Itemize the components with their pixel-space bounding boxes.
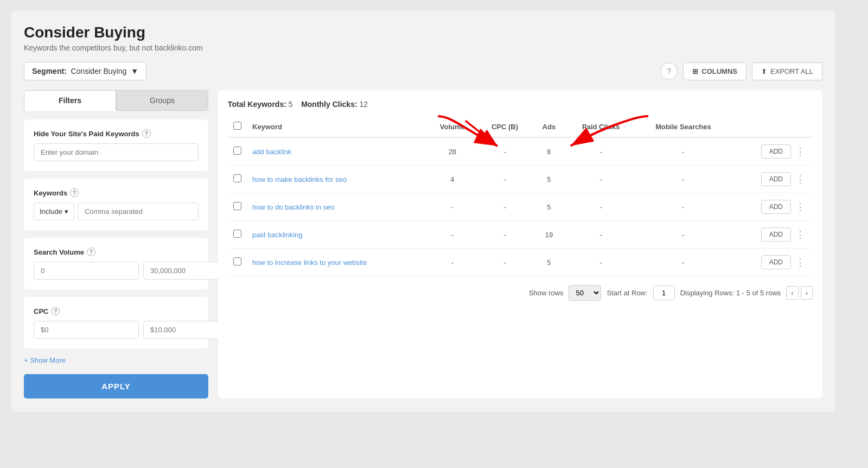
- paid-clicks-cell: -: [566, 166, 636, 193]
- row-checkbox-cell: [228, 193, 247, 221]
- keywords-help-icon[interactable]: ?: [70, 188, 79, 197]
- keyword-cell: how to make backlinks for seo: [247, 166, 427, 193]
- start-row-input[interactable]: [653, 286, 675, 300]
- hide-keywords-section: Hide Your Site's Paid Keywords ?: [24, 119, 208, 171]
- help-button[interactable]: ?: [660, 62, 678, 80]
- more-options-button[interactable]: ⋮: [793, 229, 807, 241]
- main-container: Consider Buying Keywords the competitors…: [11, 11, 835, 412]
- search-volume-title: Search Volume ?: [34, 248, 199, 256]
- table-row: how to increase links to your website - …: [228, 249, 813, 276]
- segment-selector[interactable]: Segment: Consider Buying ▼: [24, 62, 146, 80]
- content-area: Total Keywords: 5 Monthly Clicks: 12: [218, 90, 822, 399]
- select-all-header: [228, 116, 247, 137]
- keywords-table: Keyword Volume CPC (B) Ads: [228, 116, 813, 276]
- row-checkbox[interactable]: [233, 202, 241, 210]
- prev-page-button[interactable]: ‹: [786, 286, 798, 300]
- tab-filters[interactable]: Filters: [24, 90, 116, 111]
- keyword-link[interactable]: how to increase links to your website: [252, 258, 367, 267]
- tab-bar: Filters Groups: [24, 90, 208, 111]
- keywords-input[interactable]: [78, 203, 199, 220]
- more-options-button[interactable]: ⋮: [793, 173, 807, 185]
- action-cell: ADD ⋮: [731, 193, 813, 221]
- paid-clicks-cell: -: [566, 137, 636, 166]
- cpc-title: CPC ?: [34, 307, 199, 315]
- ads-cell: 5: [532, 193, 566, 221]
- hide-keywords-title: Hide Your Site's Paid Keywords ?: [34, 129, 199, 138]
- include-select[interactable]: Include ▾: [34, 203, 74, 220]
- volume-cell: -: [427, 221, 478, 249]
- mobile-searches-header: Mobile Searches: [636, 116, 731, 137]
- search-volume-section: Search Volume ?: [24, 238, 208, 289]
- row-checkbox[interactable]: [233, 174, 241, 182]
- add-button[interactable]: ADD: [761, 255, 791, 269]
- table-row: how to do backlinks in seo - - 5 - - ADD…: [228, 193, 813, 221]
- ads-cell: 19: [532, 221, 566, 249]
- show-more-link[interactable]: + Show More: [24, 356, 208, 364]
- actions-header: [731, 116, 813, 137]
- more-options-button[interactable]: ⋮: [793, 201, 807, 213]
- volume-cell: -: [427, 193, 478, 221]
- segment-label: Segment: Consider Buying: [32, 67, 126, 75]
- columns-icon: ⊞: [692, 67, 698, 75]
- export-button[interactable]: ⬆ EXPORT ALL: [752, 62, 822, 80]
- keyword-link[interactable]: how to do backlinks in seo: [252, 203, 335, 211]
- columns-button[interactable]: ⊞ COLUMNS: [683, 62, 746, 80]
- more-options-button[interactable]: ⋮: [793, 256, 807, 268]
- chevron-down-icon: ▾: [65, 207, 68, 216]
- table-body: add backlink 28 - 8 - - ADD ⋮ how to mak…: [228, 137, 813, 276]
- keyword-cell: paid backlinking: [247, 221, 427, 249]
- row-checkbox[interactable]: [233, 257, 241, 265]
- paid-clicks-cell: -: [566, 249, 636, 276]
- mobile-searches-cell: -: [636, 166, 731, 193]
- cpc-min-input[interactable]: [34, 321, 139, 339]
- cpc-row: [34, 321, 199, 339]
- volume-min-input[interactable]: [34, 262, 139, 280]
- add-button[interactable]: ADD: [761, 172, 791, 186]
- action-cell: ADD ⋮: [731, 166, 813, 193]
- row-checkbox-cell: [228, 137, 247, 166]
- table-header: Keyword Volume CPC (B) Ads: [228, 116, 813, 137]
- row-checkbox-cell: [228, 166, 247, 193]
- ads-cell: 5: [532, 249, 566, 276]
- keyword-link[interactable]: how to make backlinks for seo: [252, 175, 347, 184]
- row-checkbox[interactable]: [233, 147, 241, 155]
- keyword-link[interactable]: paid backlinking: [252, 231, 303, 239]
- volume-cell: -: [427, 249, 478, 276]
- help-icon: ?: [667, 67, 671, 75]
- domain-input[interactable]: [34, 143, 199, 161]
- main-layout: Filters Groups Hide Your Site's Paid Key…: [24, 90, 822, 399]
- row-checkbox[interactable]: [233, 230, 241, 238]
- hide-keywords-help-icon[interactable]: ?: [142, 129, 151, 138]
- cpc-cell: -: [478, 221, 532, 249]
- toolbar-right: ? ⊞ COLUMNS ⬆ EXPORT ALL: [660, 62, 822, 80]
- add-button[interactable]: ADD: [761, 227, 791, 242]
- mobile-searches-cell: -: [636, 137, 731, 166]
- row-checkbox-cell: [228, 221, 247, 249]
- export-icon: ⬆: [761, 67, 767, 75]
- keyword-link[interactable]: add backlink: [252, 148, 291, 156]
- select-all-checkbox[interactable]: [233, 122, 241, 130]
- ads-cell: 8: [532, 137, 566, 166]
- rows-select[interactable]: 50 25 100: [569, 285, 601, 301]
- search-volume-help-icon[interactable]: ?: [87, 248, 95, 256]
- table-row: paid backlinking - - 19 - - ADD ⋮: [228, 221, 813, 249]
- volume-cell: 28: [427, 137, 478, 166]
- mobile-searches-cell: -: [636, 221, 731, 249]
- add-button[interactable]: ADD: [761, 200, 791, 214]
- more-options-button[interactable]: ⋮: [793, 146, 807, 157]
- cpc-cell: -: [478, 166, 532, 193]
- keywords-title: Keywords ?: [34, 188, 199, 197]
- cpc-help-icon[interactable]: ?: [51, 307, 60, 315]
- next-page-button[interactable]: ›: [801, 286, 813, 300]
- sidebar: Filters Groups Hide Your Site's Paid Key…: [24, 90, 208, 399]
- keyword-header: Keyword: [247, 116, 427, 137]
- tab-groups[interactable]: Groups: [116, 90, 208, 111]
- page-title: Consider Buying: [24, 24, 822, 41]
- keywords-section: Keywords ? Include ▾: [24, 179, 208, 230]
- stats-bar: Total Keywords: 5 Monthly Clicks: 12: [228, 100, 813, 109]
- chevron-down-icon: ▼: [131, 67, 138, 75]
- table-row: how to make backlinks for seo 4 - 5 - - …: [228, 166, 813, 193]
- apply-button[interactable]: APPLY: [24, 374, 208, 399]
- top-bar: Segment: Consider Buying ▼ ? ⊞ COLUMNS ⬆…: [24, 62, 822, 80]
- add-button[interactable]: ADD: [761, 144, 791, 159]
